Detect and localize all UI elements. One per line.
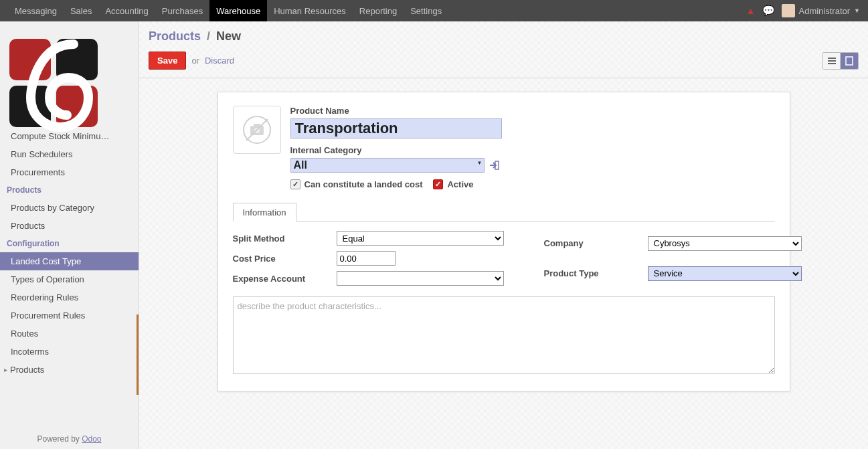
company-label: Company — [544, 238, 648, 248]
breadcrumb-current: New — [216, 29, 241, 43]
discard-link[interactable]: Discard — [205, 56, 234, 66]
topnav-item-accounting[interactable]: Accounting — [98, 0, 155, 21]
svg-rect-7 — [846, 57, 853, 65]
external-link-icon[interactable] — [489, 161, 499, 170]
sidebar-item-run-schedulers[interactable]: Run Schedulers — [0, 145, 139, 163]
expense-account-label: Expense Account — [233, 274, 337, 284]
product-image-placeholder[interactable] — [233, 106, 281, 154]
sidebar-item-routes[interactable]: Routes — [0, 325, 139, 343]
form-sheet: Product Name Internal Category ▼ — [218, 92, 790, 391]
avatar — [782, 4, 795, 17]
logo — [0, 21, 139, 137]
cost-price-label: Cost Price — [233, 254, 337, 264]
save-button[interactable]: Save — [149, 52, 186, 70]
sidebar-item-incoterms[interactable]: Incoterms — [0, 343, 139, 361]
odoo-link[interactable]: Odoo — [82, 434, 101, 444]
sidebar-item-landed-cost-type[interactable]: Landed Cost Type — [0, 252, 139, 270]
svg-line-12 — [246, 119, 268, 141]
can-landed-checkbox[interactable]: ✓ Can constitute a landed cost — [290, 179, 423, 189]
user-menu[interactable]: Administrator ▼ — [782, 4, 861, 17]
description-textarea[interactable] — [233, 296, 775, 374]
split-method-label: Split Method — [233, 234, 337, 244]
sidebar-item-products[interactable]: Products — [0, 217, 139, 235]
sidebar-scrollbar[interactable] — [137, 315, 139, 395]
powered-by: Powered by Odoo — [0, 428, 139, 449]
sidebar-header-configuration[interactable]: Configuration — [0, 235, 139, 252]
breadcrumb-parent[interactable]: Products — [149, 29, 201, 43]
split-method-select[interactable]: Equal — [337, 231, 504, 246]
breadcrumb: Products / New — [149, 29, 859, 43]
product-name-label: Product Name — [290, 106, 775, 116]
sidebar-item-products[interactable]: Products — [0, 361, 139, 379]
user-name: Administrator — [799, 6, 851, 16]
active-checkbox[interactable]: ✓ Active — [433, 179, 473, 189]
svg-rect-13 — [495, 161, 499, 169]
chat-icon[interactable]: 💬 — [762, 5, 775, 17]
cost-price-input[interactable] — [337, 251, 396, 266]
or-text: or — [191, 56, 199, 66]
list-view-button[interactable] — [823, 53, 841, 69]
sidebar-item-products-by-category[interactable]: Products by Category — [0, 199, 139, 217]
tab-information[interactable]: Information — [233, 203, 296, 221]
sidebar: SchedulersCompute Stock Minimu…Run Sched… — [0, 21, 139, 449]
expense-account-select[interactable] — [337, 271, 504, 286]
sidebar-item-procurement-rules[interactable]: Procurement Rules — [0, 306, 139, 325]
internal-category-label: Internal Category — [290, 145, 775, 155]
sidebar-item-procurements[interactable]: Procurements — [0, 163, 139, 181]
topnav-item-messaging[interactable]: Messaging — [8, 0, 64, 21]
view-switcher — [822, 52, 859, 70]
topnav-item-warehouse[interactable]: Warehouse — [209, 0, 267, 21]
topnav-item-human-resources[interactable]: Human Resources — [267, 0, 353, 21]
top-nav: MessagingSalesAccountingPurchasesWarehou… — [0, 0, 868, 21]
checkbox-checked-icon: ✓ — [433, 179, 443, 189]
sidebar-item-types-of-operation[interactable]: Types of Operation — [0, 270, 139, 288]
alert-icon[interactable]: ▲ — [746, 5, 756, 16]
topnav-item-settings[interactable]: Settings — [404, 0, 448, 21]
sidebar-header-products[interactable]: Products — [0, 181, 139, 199]
product-type-label: Product Type — [544, 268, 648, 278]
topnav-item-purchases[interactable]: Purchases — [155, 0, 209, 21]
sidebar-item-compute-stock-minimu-[interactable]: Compute Stock Minimu… — [0, 132, 139, 145]
form-tabs: Information — [233, 203, 775, 221]
checkbox-icon: ✓ — [290, 179, 300, 189]
product-type-select[interactable]: Service — [648, 266, 802, 281]
form-view-button[interactable] — [841, 53, 858, 69]
sidebar-item-reordering-rules[interactable]: Reordering Rules — [0, 288, 139, 306]
topnav-item-reporting[interactable]: Reporting — [353, 0, 404, 21]
chevron-down-icon: ▼ — [854, 7, 860, 14]
topnav-item-sales[interactable]: Sales — [64, 0, 99, 21]
product-name-input[interactable] — [290, 118, 502, 139]
company-select[interactable]: Cybrosys — [648, 236, 802, 251]
internal-category-select[interactable] — [290, 158, 485, 173]
